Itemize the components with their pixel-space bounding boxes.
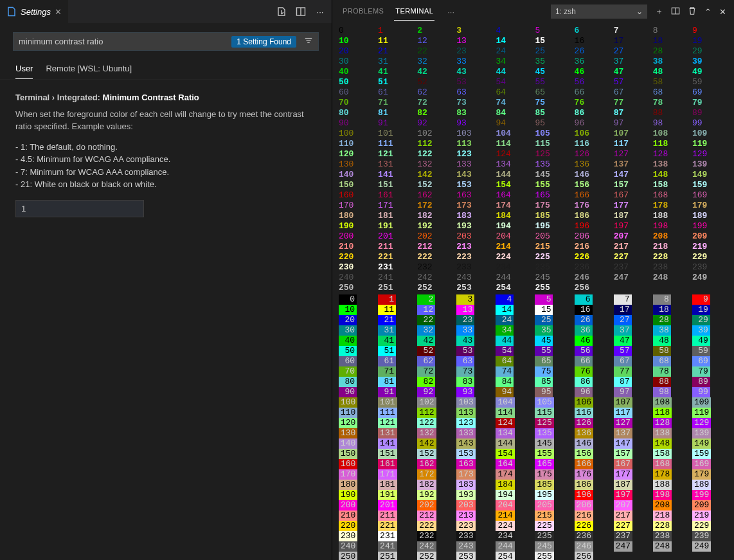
terminal-cell: 145 bbox=[535, 170, 574, 180]
panel-overflow-icon[interactable]: ··· bbox=[443, 7, 458, 17]
terminal-cell: 27 bbox=[614, 46, 653, 57]
terminal-cell: 17 bbox=[614, 36, 653, 46]
terminal-cell: 255 bbox=[535, 552, 574, 560]
terminal-cell: 113 bbox=[456, 139, 496, 149]
terminal-cell: 17 bbox=[614, 305, 653, 315]
terminal-cell: 19 bbox=[692, 305, 731, 315]
terminal-cell: 117 bbox=[614, 139, 653, 149]
terminal-cell: 201 bbox=[378, 231, 417, 242]
terminal-cell: 47 bbox=[614, 336, 653, 346]
terminal-cell: 0 bbox=[339, 294, 378, 305]
terminal-cell: 76 bbox=[575, 366, 614, 377]
kill-terminal-icon[interactable] bbox=[688, 6, 697, 17]
scope-tab-user[interactable]: User bbox=[15, 60, 33, 79]
terminal-cell: 202 bbox=[417, 500, 456, 510]
terminal-cell: 175 bbox=[535, 201, 574, 211]
terminal-cell: 194 bbox=[496, 490, 535, 500]
terminal-cell: 153 bbox=[456, 449, 496, 459]
terminal-output[interactable]: 0123456789101112131415161718192021222324… bbox=[332, 23, 734, 560]
terminal-cell: 168 bbox=[653, 459, 692, 469]
terminal-cell: 201 bbox=[378, 500, 417, 510]
tab-settings[interactable]: Settings ✕ bbox=[0, 0, 68, 23]
terminal-cell: 241 bbox=[378, 541, 417, 552]
setting-item: Terminal › Integrated: Minimum Contrast … bbox=[0, 80, 332, 229]
terminal-cell: 58 bbox=[653, 77, 692, 87]
terminal-cell: 216 bbox=[575, 242, 614, 252]
settings-editor: Settings ✕ ··· 1 Setting Found bbox=[0, 0, 332, 560]
terminal-cell: 3 bbox=[456, 26, 496, 36]
terminal-cell: 139 bbox=[692, 428, 731, 438]
terminal-cell: 85 bbox=[535, 108, 574, 118]
terminal-cell: 99 bbox=[692, 118, 731, 129]
terminal-cell: 214 bbox=[496, 510, 535, 521]
setting-description: When set the foreground color of each ce… bbox=[15, 108, 316, 133]
settings-search-input[interactable] bbox=[13, 33, 231, 50]
terminal-cell: 32 bbox=[417, 57, 456, 67]
terminal-cell: 195 bbox=[535, 221, 574, 231]
terminal-cell: 118 bbox=[653, 139, 692, 149]
terminal-cell: 21 bbox=[378, 315, 417, 325]
terminal-cell: 203 bbox=[456, 231, 496, 242]
terminal-cell: 75 bbox=[535, 98, 574, 108]
terminal-cell: 104 bbox=[496, 129, 535, 139]
terminal-cell: 44 bbox=[496, 67, 535, 77]
terminal-cell: 92 bbox=[417, 118, 456, 129]
terminal-selector[interactable]: 1: zsh ⌄ bbox=[551, 5, 647, 19]
terminal-cell: 164 bbox=[496, 459, 535, 469]
terminal-cell: 91 bbox=[378, 118, 417, 129]
terminal-cell: 132 bbox=[417, 428, 456, 438]
terminal-cell: 177 bbox=[614, 469, 653, 480]
terminal-cell: 143 bbox=[456, 438, 496, 449]
terminal-cell: 226 bbox=[575, 252, 614, 262]
terminal-cell: 41 bbox=[378, 336, 417, 346]
terminal-cell: 185 bbox=[535, 211, 574, 221]
open-settings-json-icon[interactable] bbox=[276, 6, 287, 17]
close-panel-icon[interactable]: ✕ bbox=[719, 7, 726, 17]
new-terminal-icon[interactable]: ＋ bbox=[655, 6, 663, 17]
terminal-cell: 189 bbox=[692, 211, 731, 221]
terminal-cell: 74 bbox=[496, 98, 535, 108]
filter-icon[interactable] bbox=[299, 33, 318, 50]
terminal-cell: 39 bbox=[692, 325, 731, 336]
terminal-cell: 43 bbox=[456, 67, 496, 77]
terminal-cell: 181 bbox=[378, 211, 417, 221]
setting-value-input[interactable] bbox=[15, 200, 144, 217]
terminal-cell: 48 bbox=[653, 336, 692, 346]
terminal-cell: 188 bbox=[653, 480, 692, 490]
terminal-cell: 86 bbox=[575, 108, 614, 118]
terminal-cell: 1 bbox=[378, 294, 417, 305]
terminal-cell: 35 bbox=[535, 57, 574, 67]
terminal-cell: 213 bbox=[456, 242, 496, 252]
panel-area: PROBLEMS TERMINAL ··· 1: zsh ⌄ ＋ ⌃ ✕ bbox=[332, 0, 734, 560]
terminal-cell: 45 bbox=[535, 67, 574, 77]
terminal-cell: 223 bbox=[456, 521, 496, 531]
split-editor-icon[interactable] bbox=[296, 6, 306, 17]
panel-tab-terminal[interactable]: TERMINAL bbox=[394, 3, 434, 21]
terminal-cell: 98 bbox=[653, 118, 692, 129]
terminal-cell: 53 bbox=[456, 77, 496, 87]
terminal-cell: 106 bbox=[575, 129, 614, 139]
maximize-panel-icon[interactable]: ⌃ bbox=[704, 7, 712, 17]
terminal-cell: 163 bbox=[456, 190, 496, 201]
terminal-cell: 67 bbox=[614, 87, 653, 98]
terminal-cell: 248 bbox=[653, 273, 692, 283]
terminal-cell: 230 bbox=[339, 531, 378, 541]
terminal-cell: 136 bbox=[575, 159, 614, 170]
scope-tab-remote[interactable]: Remote [WSL: Ubuntu] bbox=[46, 60, 132, 79]
terminal-cell: 225 bbox=[535, 521, 574, 531]
split-terminal-icon[interactable] bbox=[671, 6, 680, 17]
terminal-cell: 94 bbox=[496, 387, 535, 397]
panel-tab-problems[interactable]: PROBLEMS bbox=[341, 3, 385, 20]
close-icon[interactable]: ✕ bbox=[55, 7, 62, 17]
setting-title: Terminal › Integrated: Minimum Contrast … bbox=[15, 91, 316, 104]
terminal-cell: 36 bbox=[575, 57, 614, 67]
terminal-cell: 82 bbox=[417, 377, 456, 387]
terminal-cell: 128 bbox=[653, 149, 692, 159]
terminal-cell: 165 bbox=[535, 190, 574, 201]
terminal-cell: 207 bbox=[614, 500, 653, 510]
terminal-cell: 105 bbox=[535, 129, 574, 139]
terminal-cell: 100 bbox=[339, 397, 378, 408]
terminal-cell: 3 bbox=[456, 294, 496, 305]
terminal-cell: 66 bbox=[575, 87, 614, 98]
more-icon[interactable]: ··· bbox=[315, 6, 325, 17]
